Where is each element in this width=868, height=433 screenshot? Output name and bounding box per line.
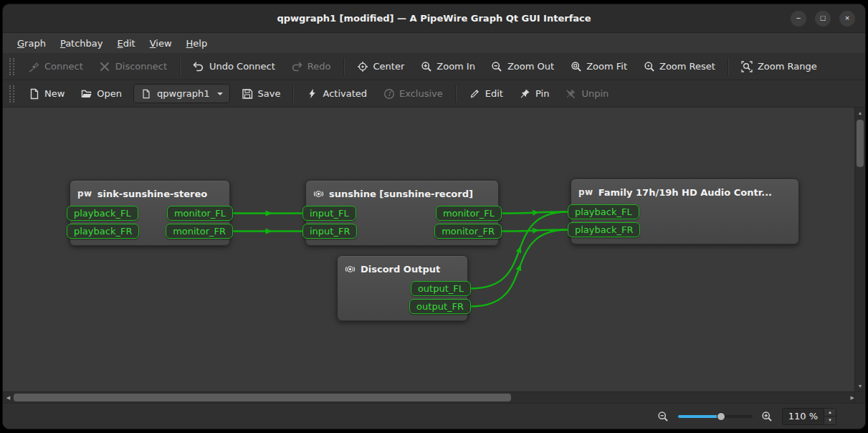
zoom-out-button[interactable]: Zoom Out: [484, 56, 561, 77]
zoom-fit-icon: [570, 60, 582, 72]
port-monitor-fr[interactable]: monitor_FR: [434, 224, 502, 239]
connect-icon: [28, 60, 40, 72]
port-input-fr[interactable]: input_FR: [302, 224, 357, 239]
chevron-down-icon: [217, 92, 223, 98]
close-button[interactable]: ×: [839, 11, 855, 27]
toolbar-separator: [292, 85, 294, 103]
center-icon: [357, 60, 369, 72]
scroll-up-arrow[interactable]: ▲: [855, 108, 865, 118]
toolbar-separator: [455, 85, 457, 103]
toolbar-separator: [728, 58, 729, 75]
titlebar[interactable]: qpwgraph1 [modified] — A PipeWire Graph …: [3, 4, 865, 33]
window-controls: − □ ×: [791, 4, 855, 32]
toolbar-handle[interactable]: [9, 85, 14, 103]
zoom-range-button[interactable]: Zoom Range: [734, 56, 824, 77]
port-output-fr[interactable]: output_FR: [409, 299, 471, 314]
pipewire-icon: pw: [578, 187, 593, 197]
unpin-button[interactable]: Unpin: [558, 83, 616, 105]
center-button[interactable]: Center: [350, 56, 412, 77]
horizontal-scrollbar-thumb[interactable]: [14, 394, 511, 401]
menu-help[interactable]: Help: [179, 33, 215, 53]
menu-graph[interactable]: Graph: [10, 33, 53, 53]
node-family-hd-audio[interactable]: pw Family 17h/19h HD Audio Contr... play…: [571, 179, 799, 244]
zoom-slider[interactable]: [678, 415, 753, 418]
port-monitor-fr[interactable]: monitor_FR: [166, 224, 233, 239]
new-file-icon: [28, 87, 40, 100]
toolbar-handle[interactable]: [9, 58, 14, 75]
window-title: qpwgraph1 [modified] — A PipeWire Graph …: [277, 13, 591, 24]
node-title: sunshine [sunshine-record]: [329, 189, 473, 199]
graph-canvas[interactable]: pw sink-sunshine-stereo playback_FL moni…: [3, 108, 854, 391]
port-monitor-fl[interactable]: monitor_FL: [436, 206, 502, 221]
graph-toolbar: Connect Disconnect Undo Connect Redo Cen…: [3, 53, 865, 80]
scroll-right-arrow[interactable]: ▶: [851, 392, 854, 403]
menubar: Graph Patchbay Edit View Help: [3, 33, 865, 53]
pipewire-icon: pw: [77, 189, 92, 199]
patchbay-file-icon: [140, 88, 152, 100]
patchbay-selector[interactable]: qpwgraph1: [133, 84, 229, 103]
app-window: qpwgraph1 [modified] — A PipeWire Graph …: [2, 4, 866, 429]
exclusive-button[interactable]: f Exclusive: [376, 83, 450, 105]
open-button[interactable]: Open: [73, 83, 129, 105]
node-title: Discord Output: [361, 264, 440, 275]
horizontal-scrollbar[interactable]: ◀ ▶: [3, 391, 854, 403]
disconnect-button[interactable]: Disconnect: [92, 56, 174, 77]
undo-connect-button[interactable]: Undo Connect: [186, 56, 282, 77]
statusbar-zoom-out-button[interactable]: [657, 410, 669, 422]
patchbay-toolbar: New Open qpwgraph1 Save Activated f Excl…: [3, 80, 865, 108]
pin-button[interactable]: Pin: [512, 83, 556, 105]
save-icon: [242, 87, 254, 100]
zoom-value: 110 %: [783, 409, 824, 424]
zoom-in-icon: [420, 60, 432, 72]
scroll-left-arrow[interactable]: ◀: [3, 392, 14, 403]
exclusive-icon: f: [383, 87, 395, 100]
redo-button[interactable]: Redo: [284, 56, 338, 77]
port-input-fl[interactable]: input_FL: [302, 206, 356, 221]
menu-edit[interactable]: Edit: [110, 33, 143, 53]
zoom-out-icon: [657, 411, 669, 422]
vertical-scrollbar[interactable]: ▲ ▼: [854, 108, 865, 391]
statusbar-zoom-in-button[interactable]: [761, 410, 773, 422]
zoom-slider-handle[interactable]: [717, 412, 725, 421]
zoom-in-button[interactable]: Zoom In: [413, 56, 482, 77]
maximize-button[interactable]: □: [815, 11, 831, 27]
lightning-icon: [306, 87, 318, 100]
zoom-fit-button[interactable]: Zoom Fit: [563, 56, 634, 77]
connection-edges: [3, 108, 854, 391]
port-output-fl[interactable]: output_FL: [411, 281, 471, 296]
connect-button[interactable]: Connect: [21, 56, 90, 77]
node-discord-output[interactable]: Discord Output output_FL output_FR: [337, 255, 468, 321]
edit-button[interactable]: Edit: [462, 83, 510, 105]
port-playback-fr[interactable]: playback_FR: [67, 224, 139, 239]
node-sunshine[interactable]: sunshine [sunshine-record] input_FL moni…: [305, 180, 499, 246]
zoom-in-icon: [761, 411, 773, 422]
node-title: Family 17h/19h HD Audio Contr...: [598, 187, 772, 198]
scroll-down-arrow[interactable]: ▼: [855, 381, 865, 391]
zoom-out-icon: [491, 60, 503, 72]
svg-text:f: f: [388, 90, 392, 97]
spin-up-button[interactable]: ▲: [824, 409, 836, 417]
zoom-reset-button[interactable]: Zoom Reset: [636, 56, 722, 77]
undo-icon: [193, 60, 205, 72]
pencil-icon: [469, 87, 481, 100]
disconnect-icon: [99, 60, 111, 72]
port-playback-fl[interactable]: playback_FL: [568, 204, 639, 219]
save-button[interactable]: Save: [234, 83, 288, 105]
vertical-scrollbar-thumb[interactable]: [857, 120, 864, 167]
redo-icon: [291, 60, 303, 72]
activated-button[interactable]: Activated: [299, 83, 374, 105]
menu-patchbay[interactable]: Patchbay: [53, 33, 110, 53]
zoom-spinbox[interactable]: 110 % ▲ ▼: [782, 408, 836, 425]
minimize-button[interactable]: −: [791, 11, 806, 27]
port-monitor-fl[interactable]: monitor_FL: [167, 206, 233, 221]
zoom-slider-fill: [678, 415, 721, 418]
spin-down-button[interactable]: ▼: [824, 417, 836, 424]
audio-record-icon: [313, 189, 324, 199]
new-button[interactable]: New: [21, 83, 72, 105]
port-playback-fr[interactable]: playback_FR: [568, 222, 640, 237]
scrollbar-corner: [854, 391, 865, 403]
menu-view[interactable]: View: [143, 33, 179, 53]
zoom-reset-icon: [643, 60, 655, 72]
port-playback-fl[interactable]: playback_FL: [67, 206, 138, 221]
node-sink-sunshine-stereo[interactable]: pw sink-sunshine-stereo playback_FL moni…: [70, 180, 230, 246]
